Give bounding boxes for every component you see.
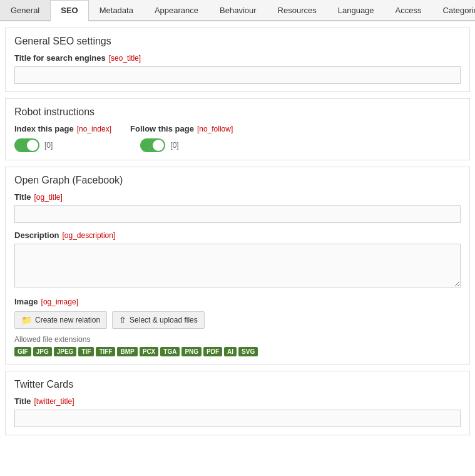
seo-title-tag: [seo_title] — [109, 54, 141, 63]
twitter-title: Twitter Cards — [14, 379, 461, 390]
ext-tif: TIF — [78, 347, 94, 356]
ext-pcx: PCX — [140, 347, 159, 356]
seo-title-label-text: Title for search engines — [14, 53, 106, 63]
index-value: [0] — [44, 141, 53, 150]
og-description-input[interactable] — [14, 244, 461, 287]
twitter-title-tag: [twitter_title] — [34, 397, 74, 406]
robot-toggles: Index this page [no_index] Follow this p… — [14, 124, 461, 133]
og-title-group: Title [og_title] — [14, 192, 461, 223]
open-graph-title: Open Graph (Facebook) — [14, 175, 461, 186]
tab-seo[interactable]: SEO — [50, 0, 88, 21]
general-seo-title: General SEO settings — [14, 36, 461, 47]
tab-categories[interactable]: Categories — [432, 0, 475, 20]
follow-label-text: Follow this page — [130, 124, 194, 133]
og-title-label-text: Title — [14, 192, 31, 202]
ext-pdf: PDF — [203, 347, 222, 356]
follow-control-group: [0] — [140, 138, 178, 152]
extensions-label: Allowed file extensions — [14, 335, 461, 344]
og-image-buttons: 📁 Create new relation ⇧ Select & upload … — [14, 311, 461, 329]
seo-title-input[interactable] — [14, 66, 461, 84]
upload-files-label: Select & upload files — [130, 316, 198, 324]
tab-language[interactable]: Language — [327, 0, 385, 20]
og-image-label-text: Image — [14, 297, 38, 306]
twitter-section: Twitter Cards Title [twitter_title] — [5, 371, 470, 435]
index-toggle-group: Index this page [no_index] — [14, 124, 111, 133]
og-image-group: Image [og_image] 📁 Create new relation ⇧… — [14, 297, 461, 356]
og-image-label: Image [og_image] — [14, 297, 461, 306]
index-toggle[interactable] — [14, 138, 39, 152]
follow-toggle[interactable] — [140, 138, 165, 152]
ext-svg: SVG — [238, 347, 258, 356]
index-tag: [no_index] — [77, 125, 111, 133]
og-description-label-text: Description — [14, 230, 59, 240]
upload-icon: ⇧ — [119, 315, 126, 325]
tab-resources[interactable]: Resources — [267, 0, 327, 20]
twitter-title-label-text: Title — [14, 396, 31, 406]
open-graph-section: Open Graph (Facebook) Title [og_title] D… — [5, 167, 470, 365]
og-description-tag: [og_description] — [63, 231, 116, 240]
robot-section: Robot instructions Index this page [no_i… — [5, 98, 470, 160]
create-relation-label: Create new relation — [35, 316, 100, 324]
twitter-title-label: Title [twitter_title] — [14, 396, 461, 406]
folder-icon: 📁 — [21, 315, 32, 325]
ext-ai: AI — [224, 347, 237, 356]
follow-label: Follow this page [no_follow] — [130, 124, 233, 133]
upload-files-button[interactable]: ⇧ Select & upload files — [112, 311, 205, 329]
seo-title-label: Title for search engines [seo_title] — [14, 53, 461, 63]
robot-title: Robot instructions — [14, 106, 461, 118]
general-seo-section: General SEO settings Title for search en… — [5, 28, 470, 92]
tab-general[interactable]: General — [0, 0, 50, 20]
twitter-title-group: Title [twitter_title] — [14, 396, 461, 427]
index-label-text: Index this page — [14, 124, 74, 133]
ext-bmp: BMP — [117, 347, 137, 356]
tab-content: General SEO settings Title for search en… — [0, 28, 475, 435]
ext-tga: TGA — [160, 347, 180, 356]
og-description-label: Description [og_description] — [14, 230, 461, 240]
og-description-group: Description [og_description] — [14, 230, 461, 289]
ext-jpg: JPG — [33, 347, 52, 356]
robot-toggle-controls: [0] [0] — [14, 138, 461, 152]
index-label: Index this page [no_index] — [14, 124, 111, 133]
og-image-tag: [og_image] — [41, 298, 78, 306]
og-title-tag: [og_title] — [34, 193, 63, 202]
tab-bar: General SEO Metadata Appearance Behaviou… — [0, 0, 475, 21]
ext-jpeg: JPEG — [54, 347, 77, 356]
seo-title-group: Title for search engines [seo_title] — [14, 53, 461, 84]
ext-tiff: TIFF — [96, 347, 115, 356]
index-control-group: [0] — [14, 138, 53, 152]
create-relation-button[interactable]: 📁 Create new relation — [14, 311, 107, 329]
ext-gif: GIF — [14, 347, 31, 356]
twitter-title-input[interactable] — [14, 410, 461, 427]
og-title-label: Title [og_title] — [14, 192, 461, 202]
follow-toggle-group: Follow this page [no_follow] — [130, 124, 233, 133]
extensions-list: GIF JPG JPEG TIF TIFF BMP PCX TGA PNG PD… — [14, 347, 461, 356]
tab-behaviour[interactable]: Behaviour — [209, 0, 267, 20]
follow-tag: [no_follow] — [197, 125, 233, 133]
ext-png: PNG — [181, 347, 202, 356]
tab-appearance[interactable]: Appearance — [144, 0, 209, 20]
tab-metadata[interactable]: Metadata — [89, 0, 144, 20]
og-title-input[interactable] — [14, 205, 461, 223]
tab-access[interactable]: Access — [385, 0, 432, 20]
follow-value: [0] — [170, 141, 178, 150]
